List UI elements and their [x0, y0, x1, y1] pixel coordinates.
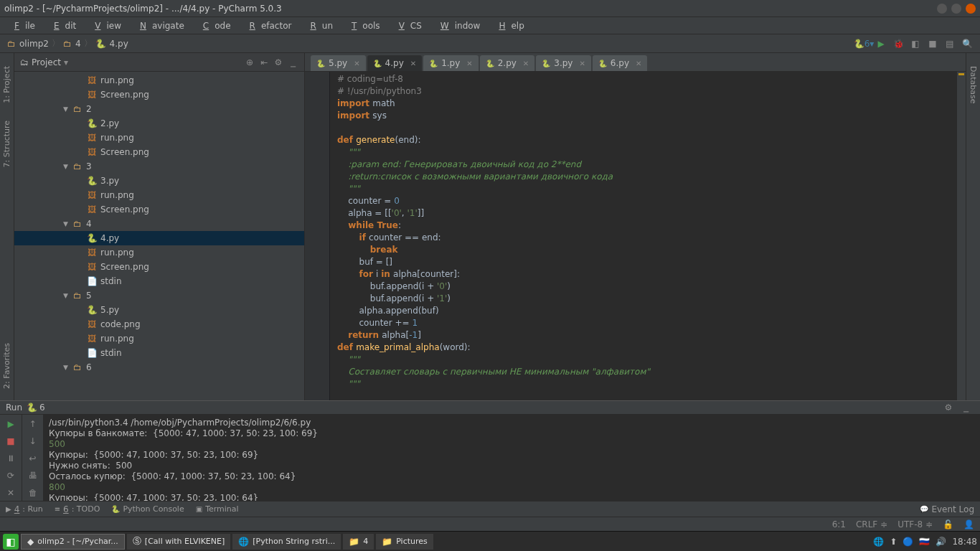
- project-tool-tab[interactable]: 1: Project: [1, 60, 13, 109]
- tree-file[interactable]: 🖼run.png: [14, 245, 304, 260]
- tree-folder[interactable]: ▼🗀5: [14, 288, 304, 303]
- readonly-lock-icon[interactable]: 🔓: [943, 519, 953, 529]
- print-button[interactable]: 🖶: [27, 469, 39, 482]
- search-button[interactable]: 🔍: [961, 37, 974, 50]
- tree-file[interactable]: 🐍3.py: [14, 174, 304, 188]
- breadcrumb[interactable]: 🗀4: [60, 38, 84, 50]
- tree-file[interactable]: 🖼Screen.png: [14, 202, 304, 217]
- tree-file[interactable]: 🖼code.png: [14, 317, 304, 331]
- tree-folder[interactable]: ▼🗀6: [14, 360, 304, 375]
- close-button[interactable]: ✕: [4, 486, 17, 499]
- editor-tab[interactable]: 🐍3.py✕: [536, 55, 591, 71]
- collapse-all-button[interactable]: ⇤: [258, 57, 270, 68]
- menu-window[interactable]: Window: [429, 19, 486, 32]
- editor-tab[interactable]: 🐍1.py✕: [423, 55, 479, 71]
- line-ending[interactable]: CRLF ≑: [856, 519, 887, 529]
- tray-icon[interactable]: 🌐: [873, 537, 884, 547]
- tray-icon[interactable]: ⬆: [890, 537, 897, 547]
- pause-button[interactable]: ⏸: [4, 452, 17, 465]
- editor-tab[interactable]: 🐍5.py✕: [311, 55, 366, 71]
- layout-button[interactable]: ▤: [943, 37, 956, 50]
- menu-tools[interactable]: Tools: [340, 19, 386, 32]
- close-tab-icon[interactable]: ✕: [466, 60, 472, 67]
- tree-file[interactable]: 🖼Screen.png: [14, 145, 304, 159]
- taskbar-task[interactable]: Ⓢ[Call with ELVIKENE]: [127, 534, 230, 550]
- minimize-button[interactable]: [937, 4, 947, 14]
- tray-icon[interactable]: 🔊: [936, 537, 946, 547]
- menu-help[interactable]: Help: [487, 19, 529, 32]
- stop-button[interactable]: ■: [926, 37, 939, 50]
- tree-folder[interactable]: ▼🗀2: [14, 102, 304, 116]
- restart-button[interactable]: ⟳: [4, 469, 17, 482]
- clear-button[interactable]: 🗑: [27, 486, 39, 499]
- debug-button[interactable]: 🐞: [892, 37, 905, 50]
- menu-run[interactable]: Run: [298, 19, 339, 32]
- database-tool-tab[interactable]: Database: [967, 60, 979, 110]
- editor-tab[interactable]: 🐍4.py✕: [367, 55, 423, 71]
- soft-wrap-button[interactable]: ↩: [27, 452, 39, 465]
- code-editor[interactable]: # coding=utf-8# !/usr/bin/python3import …: [330, 72, 957, 400]
- tool-button[interactable]: ≡6: TODO: [55, 504, 100, 514]
- tree-file[interactable]: 🖼run.png: [14, 73, 304, 88]
- taskbar-task[interactable]: 📁4: [343, 534, 374, 550]
- run-hide-button[interactable]: ⎯: [959, 401, 972, 414]
- taskbar-task[interactable]: ◆olimp2 - [~/Pychar...: [21, 534, 125, 550]
- menu-refactor[interactable]: Refactor: [238, 19, 298, 32]
- warning-marker[interactable]: [958, 73, 964, 75]
- down-trace-button[interactable]: ↓: [27, 435, 39, 448]
- tree-folder[interactable]: ▼🗀3: [14, 159, 304, 174]
- tree-file[interactable]: 🖼Screen.png: [14, 88, 304, 102]
- coverage-button[interactable]: ◧: [909, 37, 922, 50]
- project-tree[interactable]: 🖼run.png🖼Screen.png▼🗀2🐍2.py🖼run.png🖼Scre…: [14, 72, 304, 400]
- tree-file[interactable]: 🖼run.png: [14, 131, 304, 145]
- structure-tool-tab[interactable]: 7: Structure: [1, 115, 13, 173]
- run-config-selector[interactable]: 🐍 6 ▾: [857, 37, 870, 50]
- up-trace-button[interactable]: ↑: [27, 418, 39, 430]
- tree-file[interactable]: 🖼Screen.png: [14, 260, 304, 274]
- run-settings-icon[interactable]: ⚙: [942, 401, 955, 414]
- file-encoding[interactable]: UTF-8 ≑: [897, 519, 933, 529]
- tree-file[interactable]: 🐍2.py: [14, 116, 304, 131]
- tray-icon[interactable]: 18:48: [952, 537, 977, 547]
- start-menu-button[interactable]: ◧: [3, 534, 19, 550]
- tree-file[interactable]: 🐍4.py: [14, 231, 304, 245]
- close-tab-icon[interactable]: ✕: [636, 60, 641, 67]
- tree-file[interactable]: 🖼run.png: [14, 188, 304, 202]
- close-tab-icon[interactable]: ✕: [579, 60, 585, 67]
- hide-button[interactable]: ⎯: [287, 57, 298, 68]
- favorites-tool-tab[interactable]: 2: Favorites: [1, 337, 13, 395]
- stop-process-button[interactable]: ■: [4, 435, 17, 448]
- menu-vcs[interactable]: VCS: [387, 19, 428, 32]
- tray-icon[interactable]: 🔵: [903, 537, 913, 547]
- inspector-icon[interactable]: 👤: [963, 519, 974, 529]
- editor-tab[interactable]: 🐍2.py✕: [480, 55, 535, 71]
- rerun-button[interactable]: ▶: [4, 418, 17, 430]
- error-stripe[interactable]: [957, 72, 966, 400]
- tree-file[interactable]: 🖼run.png: [14, 331, 304, 346]
- breadcrumb[interactable]: 🐍4.py: [93, 38, 131, 50]
- tool-button[interactable]: 🐍Python Console: [111, 504, 184, 514]
- menu-code[interactable]: Code: [192, 19, 237, 32]
- editor-gutter[interactable]: [305, 72, 330, 400]
- tray-icon[interactable]: 🇷🇺: [919, 537, 930, 547]
- menu-navigate[interactable]: Navigate: [128, 19, 190, 32]
- menu-file[interactable]: File: [3, 19, 41, 32]
- cursor-position[interactable]: 6:1: [832, 519, 846, 529]
- tree-file[interactable]: 📄stdin: [14, 346, 304, 360]
- settings-gear-icon[interactable]: ⚙: [273, 57, 284, 68]
- editor-tab[interactable]: 🐍6.py✕: [593, 55, 648, 71]
- taskbar-task[interactable]: 📁Pictures: [376, 534, 433, 550]
- close-button[interactable]: [966, 4, 976, 14]
- menu-view[interactable]: View: [83, 19, 127, 32]
- menu-edit[interactable]: Edit: [42, 19, 82, 32]
- scroll-from-source-button[interactable]: ⊕: [244, 57, 255, 68]
- close-tab-icon[interactable]: ✕: [354, 60, 359, 67]
- breadcrumb[interactable]: 🗀olimp2: [4, 38, 52, 50]
- project-view-selector[interactable]: ▾: [64, 57, 68, 67]
- maximize-button[interactable]: [951, 4, 961, 14]
- taskbar-task[interactable]: 🌐[Python String rstri...: [232, 534, 341, 550]
- console-output[interactable]: /usr/bin/python3.4 /home/obj/PycharmProj…: [43, 415, 980, 507]
- event-log-button[interactable]: 💬Event Log: [920, 504, 974, 514]
- tree-folder[interactable]: ▼🗀4: [14, 217, 304, 231]
- close-tab-icon[interactable]: ✕: [410, 60, 416, 67]
